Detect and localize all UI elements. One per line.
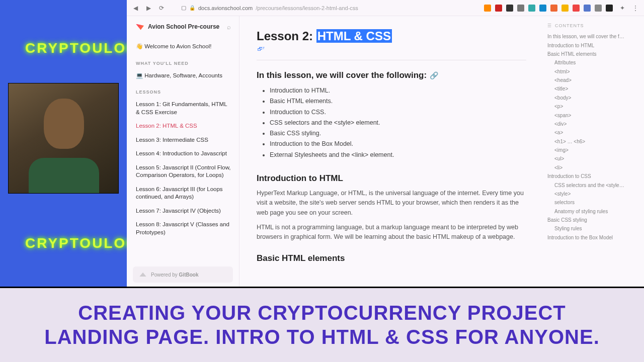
lesson-bullet: Introduction to CSS.: [270, 107, 526, 118]
nav-forward-icon[interactable]: ▶: [145, 5, 152, 12]
lock-icon: 🔒: [189, 5, 195, 11]
main-content: Lesson 2: HTML & CSS 🗗ᵀ In this lesson, …: [239, 16, 543, 287]
sidebar-heading-lessons: LESSONS: [136, 89, 231, 95]
section-intro-heading: In this lesson, we will cover the follow…: [257, 70, 526, 80]
extension-icons: [484, 5, 613, 12]
toc-item[interactable]: In this lesson, we will cover the f…: [547, 32, 638, 41]
sidebar-lesson-item[interactable]: Lesson 3: Intermediate CSS: [136, 133, 231, 147]
lesson-bullet: CSS selectors and the <style> element.: [270, 118, 526, 128]
toc-item[interactable]: Introduction to CSS: [547, 172, 638, 180]
toc-item[interactable]: <html>: [547, 67, 638, 76]
sidebar-footer[interactable]: Powered by GitBook: [133, 266, 233, 283]
site-logo: [136, 24, 144, 30]
toc-item[interactable]: Basic HTML elements: [547, 50, 638, 58]
extension-icon[interactable]: [561, 5, 569, 12]
toc-item[interactable]: <li>: [547, 163, 638, 172]
lesson-bullet: External Stylesheets and the <link> elem…: [270, 150, 526, 160]
section-basic-elements-heading: Basic HTML elements: [257, 253, 526, 263]
toc-item[interactable]: Basic CSS styling: [547, 216, 638, 224]
sidebar-heading-need: WHAT YOU'LL NEED: [136, 61, 231, 66]
sidebar-item-hardware[interactable]: Hardware, Software, Accounts: [136, 69, 231, 83]
sidebar-lesson-item[interactable]: Lesson 1: Git Fundamentals, HTML & CSS E…: [136, 98, 231, 119]
nav-reload-icon[interactable]: ⟳: [158, 5, 165, 12]
toc-item[interactable]: <title>: [547, 84, 638, 93]
extension-icon[interactable]: [517, 5, 524, 12]
sidebar-lesson-item[interactable]: Lesson 7: Javascript IV (Objects): [136, 204, 231, 218]
toc-item[interactable]: <a>: [547, 128, 638, 137]
sidebar-lesson-item[interactable]: Lesson 2: HTML & CSS: [136, 119, 231, 133]
sidebar-item-welcome[interactable]: Welcome to Avion School!: [136, 40, 231, 54]
list-icon: ☰: [547, 23, 552, 28]
sidebar-lesson-item[interactable]: Lesson 4: Introduction to Javascript: [136, 147, 231, 161]
toc-item[interactable]: <div>: [547, 120, 638, 128]
banner-line-1: CREATING YOUR CRYPTOCURRENCY PROJECT: [78, 301, 566, 325]
extension-icon[interactable]: [528, 5, 535, 12]
search-icon[interactable]: ⌕: [227, 23, 231, 31]
extension-icon[interactable]: [506, 5, 513, 12]
toc-item[interactable]: CSS selectors and the <style…: [547, 180, 638, 189]
toc-item[interactable]: Introduction to the Box Model: [547, 233, 638, 242]
lesson-bullet: Basic HTML elements.: [270, 96, 526, 107]
webcam-frame: [8, 83, 119, 194]
toc-item[interactable]: Introduction to HTML: [547, 41, 638, 49]
browser-menu-icon[interactable]: ⋮: [632, 5, 639, 12]
extensions-puzzle-icon[interactable]: ✦: [619, 5, 626, 12]
extension-icon[interactable]: [606, 5, 613, 12]
toc-item[interactable]: Styling rules: [547, 224, 638, 233]
page-title: Lesson 2: HTML & CSS: [257, 29, 526, 43]
banner-line-2: LANDING PAGE. INTRO TO HTML & CSS FOR AN…: [44, 325, 600, 349]
extension-icon[interactable]: [495, 5, 502, 12]
table-of-contents: ☰ CONTENTS In this lesson, we will cover…: [543, 16, 644, 287]
sidebar-lesson-item[interactable]: Lesson 5: Javascript II (Control Flow, C…: [136, 161, 231, 183]
lesson-bullet: Introduction to HTML.: [270, 85, 526, 96]
toc-item[interactable]: <head>: [547, 76, 638, 84]
url-path: /precourse/lessons/lesson-2-html-and-css: [256, 5, 358, 11]
intro-paragraph-2: HTML is not a programming language, but …: [257, 223, 526, 242]
lesson-bullet: Basic CSS styling.: [270, 128, 526, 139]
extension-icon[interactable]: [595, 5, 602, 12]
url-host: docs.avionschool.com: [198, 5, 253, 11]
nav-back-icon[interactable]: ◀: [132, 5, 139, 12]
video-caption-banner: CREATING YOUR CRYPTOCURRENCY PROJECT LAN…: [0, 287, 644, 362]
lesson-bullet: Introduction to the Box Model.: [270, 139, 526, 149]
anchor-link-icon[interactable]: 🔗: [430, 71, 438, 79]
toc-heading: ☰ CONTENTS: [547, 23, 638, 28]
toc-item[interactable]: Anatomy of styling rules: [547, 207, 638, 216]
toc-item[interactable]: <style>: [547, 190, 638, 198]
translate-icon[interactable]: 🗗ᵀ: [258, 46, 526, 52]
sidebar-lesson-item[interactable]: Lesson 8: Javascript V (Classes and Prot…: [136, 218, 231, 239]
toc-item[interactable]: <img>: [547, 146, 638, 154]
browser-window: ◀ ▶ ⟳ ▢ 🔒 docs.avionschool.com/precourse…: [127, 0, 644, 287]
toc-item[interactable]: <h1> … <h6>: [547, 137, 638, 146]
extension-icon[interactable]: [539, 5, 546, 12]
extension-icon[interactable]: [550, 5, 557, 12]
toc-item[interactable]: <ul>: [547, 154, 638, 163]
lesson-bullets: Introduction to HTML.Basic HTML elements…: [257, 85, 526, 160]
section-intro-html-heading: Introduction to HTML: [257, 173, 526, 184]
title-highlight: HTML & CSS: [316, 29, 392, 43]
extension-icon[interactable]: [584, 5, 591, 12]
toc-item[interactable]: selectors: [547, 198, 638, 207]
brand-bottom: CRYPTOULOG: [25, 235, 139, 251]
shield-icon: ▢: [181, 5, 186, 11]
browser-toolbar: ◀ ▶ ⟳ ▢ 🔒 docs.avionschool.com/precourse…: [127, 0, 644, 16]
toc-item[interactable]: <body>: [547, 94, 638, 102]
site-title[interactable]: Avion School Pre-course: [148, 23, 223, 30]
docs-sidebar: Avion School Pre-course ⌕ Welcome to Avi…: [127, 16, 239, 287]
extension-icon[interactable]: [484, 5, 491, 12]
divider: [257, 60, 526, 60]
sidebar-lesson-item[interactable]: Lesson 6: Javascript III (for Loops cont…: [136, 183, 231, 204]
extension-icon[interactable]: [573, 5, 580, 12]
brand-top: CRYPTOULOG: [25, 40, 139, 56]
intro-paragraph-1: HyperText Markup Language, or HTML, is t…: [257, 189, 526, 218]
toc-item[interactable]: <span>: [547, 111, 638, 119]
toc-item[interactable]: Attributes: [547, 58, 638, 67]
toc-item[interactable]: <p>: [547, 102, 638, 111]
address-bar[interactable]: ▢ 🔒 docs.avionschool.com/precourse/lesso…: [181, 5, 358, 11]
